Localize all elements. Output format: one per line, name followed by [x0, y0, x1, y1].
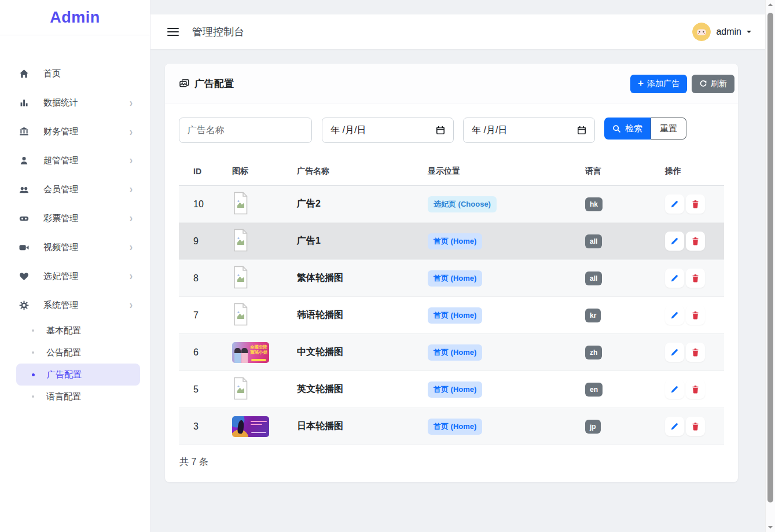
ad-id: 5	[179, 384, 232, 395]
refresh-button[interactable]: 刷新	[692, 75, 734, 93]
table-row: 3 日本轮播图 首页 (Home) jp	[179, 408, 724, 445]
calendar-icon[interactable]	[577, 126, 586, 135]
pencil-icon	[670, 200, 679, 208]
position-badge: 首页 (Home)	[428, 270, 482, 287]
sidebar-item-label: 系统管理	[43, 300, 130, 311]
chevron-right-icon: ›	[130, 269, 133, 282]
sidebar: Admin 首页 数据统计 › 财务管理 ›	[0, 0, 150, 532]
delete-button[interactable]	[686, 306, 705, 325]
sidebar-item-lottery[interactable]: 彩票管理 ›	[0, 204, 150, 233]
language-badge: kr	[585, 309, 601, 322]
sidebar-item-finance[interactable]: 财务管理 ›	[0, 117, 150, 146]
search-button[interactable]: 检索	[604, 118, 651, 140]
chevron-right-icon: ›	[130, 153, 133, 167]
end-date-input[interactable]: 年 /月/日	[463, 118, 595, 143]
main-area: 管理控制台 admin 广告配置	[150, 0, 775, 532]
sidebar-item-statistics[interactable]: 数据统计 ›	[0, 88, 150, 117]
users-icon	[19, 185, 29, 195]
delete-button[interactable]	[686, 232, 705, 251]
position-badge: 首页 (Home)	[428, 419, 482, 435]
edit-button[interactable]	[665, 195, 684, 214]
sidebar-subitem-ad-config[interactable]: 广告配置	[16, 364, 140, 386]
scroll-down-arrow[interactable]	[768, 526, 773, 529]
scroll-up-arrow[interactable]	[768, 3, 773, 6]
trash-icon	[691, 348, 700, 357]
delete-button[interactable]	[686, 269, 705, 288]
sidebar-item-members[interactable]: 会员管理 ›	[0, 175, 150, 204]
sidebar-item-home[interactable]: 首页	[0, 59, 150, 88]
calendar-icon[interactable]	[436, 126, 445, 135]
edit-button[interactable]	[665, 232, 684, 251]
trash-icon	[691, 274, 700, 282]
pencil-icon	[670, 422, 679, 431]
sidebar-item-system[interactable]: 系统管理 ›	[0, 291, 150, 320]
sidebar-item-label: 首页	[43, 68, 133, 79]
sidebar-item-video[interactable]: 视频管理 ›	[0, 233, 150, 262]
refresh-icon	[699, 80, 707, 88]
user-name: admin	[716, 27, 741, 37]
sidebar-item-superadmin[interactable]: 超管管理 ›	[0, 146, 150, 175]
sidebar-item-label: 财务管理	[43, 126, 130, 137]
user-menu[interactable]: admin	[692, 23, 751, 41]
column-header: 图标	[232, 166, 297, 177]
ad-name-input[interactable]	[179, 118, 312, 143]
broken-image-icon	[232, 377, 249, 400]
delete-button[interactable]	[686, 417, 705, 436]
brand-logo: Admin	[0, 0, 150, 35]
ad-id: 3	[179, 421, 232, 432]
language-badge: hk	[585, 197, 603, 211]
card-title: 广告配置	[179, 77, 234, 90]
ad-name: 广告2	[297, 198, 428, 210]
ad-id: 8	[179, 273, 232, 284]
delete-button[interactable]	[686, 195, 705, 214]
reset-button[interactable]: 重置	[651, 118, 686, 140]
pencil-icon	[670, 385, 679, 394]
add-ad-button[interactable]: + 添加广告	[630, 75, 687, 93]
edit-button[interactable]	[665, 306, 684, 325]
images-icon	[179, 79, 189, 89]
scrollbar-thumb[interactable]	[767, 13, 773, 502]
language-badge: en	[585, 383, 603, 397]
pencil-icon	[670, 311, 679, 320]
table-row: 6 全國空降 蕭瑤小姐	[179, 334, 724, 371]
ad-id: 10	[179, 199, 232, 210]
chevron-right-icon: ›	[130, 96, 133, 109]
app-window: Admin 首页 数据统计 › 财务管理 ›	[0, 0, 775, 532]
sidebar-subitem-language-config[interactable]: 语言配置	[16, 386, 140, 408]
ad-name: 英文轮播图	[297, 383, 428, 395]
bullet-icon	[32, 373, 35, 376]
edit-button[interactable]	[665, 343, 684, 362]
chevron-right-icon: ›	[130, 124, 133, 138]
start-date-input[interactable]: 年 /月/日	[322, 118, 454, 143]
edit-button[interactable]	[665, 269, 684, 288]
edit-button[interactable]	[665, 417, 684, 436]
ad-id: 9	[179, 236, 232, 247]
trash-icon	[691, 200, 700, 208]
delete-button[interactable]	[686, 380, 705, 399]
column-header: 广告名称	[297, 166, 428, 177]
sidebar-subitem-notice-config[interactable]: 公告配置	[16, 342, 140, 364]
heart-icon	[19, 271, 29, 281]
position-badge: 选妃页 (Choose)	[428, 196, 497, 212]
broken-image-icon	[232, 303, 249, 326]
page-title: 管理控制台	[192, 25, 244, 39]
position-badge: 首页 (Home)	[428, 307, 482, 324]
edit-button[interactable]	[665, 380, 684, 399]
ad-id: 7	[179, 310, 232, 321]
ads-table: ID 图标 广告名称 显示位置 语言 操作 10	[179, 157, 724, 445]
vertical-scrollbar[interactable]	[765, 0, 775, 532]
hamburger-menu-icon[interactable]	[167, 28, 179, 36]
language-badge: zh	[585, 346, 602, 359]
sidebar-subitem-basic-config[interactable]: 基本配置	[16, 320, 140, 342]
content-area: 广告配置 + 添加广告 刷新	[150, 49, 775, 532]
pencil-icon	[670, 274, 679, 282]
sidebar-nav: 首页 数据统计 › 财务管理 › 超管管理	[0, 35, 150, 408]
avatar	[692, 23, 711, 41]
chevron-right-icon: ›	[130, 211, 133, 225]
language-badge: jp	[585, 420, 601, 434]
sidebar-subitem-label: 公告配置	[46, 347, 81, 358]
sidebar-item-label: 数据统计	[43, 97, 130, 108]
delete-button[interactable]	[686, 343, 705, 362]
sidebar-subitem-label: 基本配置	[46, 325, 81, 336]
sidebar-item-concubine[interactable]: 选妃管理 ›	[0, 262, 150, 291]
